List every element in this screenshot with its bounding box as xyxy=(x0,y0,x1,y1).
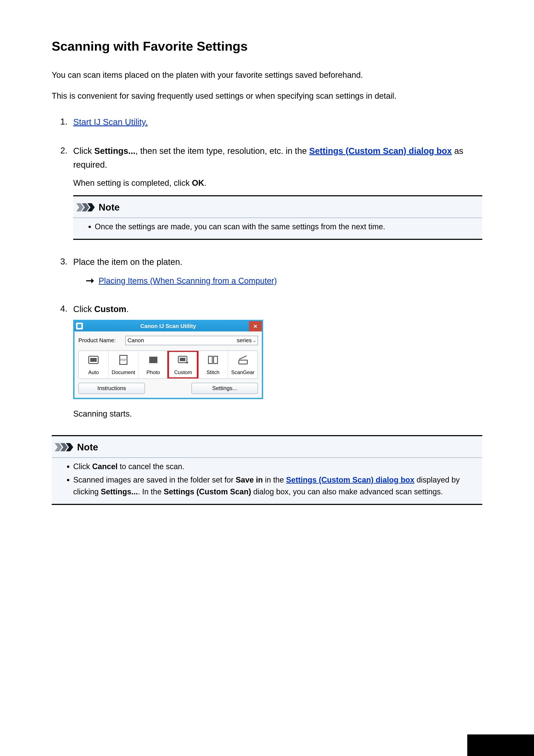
stitch-label: Stitch xyxy=(207,368,219,376)
svg-rect-6 xyxy=(90,358,97,362)
n2i2-p2: . In the xyxy=(138,487,164,496)
step-4-after: Scanning starts. xyxy=(73,408,482,420)
n2i2-link: Settings (Custom Scan) dialog box xyxy=(286,475,415,484)
photo-button[interactable]: Photo xyxy=(138,351,168,378)
step-2-detail-ok: OK xyxy=(192,178,204,187)
start-ij-scan-utility-link[interactable]: Start IJ Scan Utility. xyxy=(73,117,148,127)
document-icon: PDF xyxy=(117,353,130,366)
step-2: 2. Click Settings..., then set the item … xyxy=(52,144,482,240)
instructions-button[interactable]: Instructions xyxy=(78,383,145,394)
n2i2-p3: dialog box, you can also make advanced s… xyxy=(251,487,443,496)
auto-label: Auto xyxy=(88,368,99,376)
step-4-custom-word: Custom xyxy=(94,304,126,314)
ij-scan-utility-window: Canon IJ Scan Utility × Product Name: Ca… xyxy=(73,320,263,399)
n2i2-b2: Settings... xyxy=(101,487,138,496)
auto-icon xyxy=(87,353,100,366)
settings-custom-scan-link-text: Settings (Custom Scan) dialog box xyxy=(309,146,452,156)
chevrons-icon xyxy=(76,203,96,211)
svg-text:PDF: PDF xyxy=(120,358,126,362)
step-1: 1. Start IJ Scan Utility. xyxy=(52,115,482,129)
placing-items-link[interactable]: Placing Items (When Scanning from a Comp… xyxy=(99,275,277,287)
step-4-pre: Click xyxy=(73,304,94,314)
n2i2-mid: in the xyxy=(263,475,286,484)
chevron-down-icon: ⌵ xyxy=(253,337,256,344)
page-title: Scanning with Favorite Settings xyxy=(52,37,482,56)
note-2-i1-post: to cancel the scan. xyxy=(117,462,184,471)
step-2-detail-post: . xyxy=(204,178,207,187)
product-name-value-left: Canon xyxy=(127,336,144,345)
step-2-settings-word: Settings... xyxy=(94,146,136,156)
svg-rect-9 xyxy=(149,357,157,363)
scangear-icon xyxy=(237,353,249,366)
step-2-text-b: , then set the item type, resolution, et… xyxy=(136,146,309,156)
svg-marker-0 xyxy=(76,203,84,211)
custom-icon xyxy=(177,353,190,366)
intro-text-1: You can scan items placed on the platen … xyxy=(52,69,482,81)
note-2-item-1: Click Cancel to cancel the scan. xyxy=(73,461,482,472)
app-icon xyxy=(76,323,83,330)
scangear-button[interactable]: ScanGear xyxy=(228,351,258,378)
svg-rect-15 xyxy=(239,360,247,364)
svg-marker-17 xyxy=(55,443,62,451)
note-2-label: Note xyxy=(77,440,98,454)
chevrons-icon xyxy=(55,443,74,451)
step-2-text-a: Click xyxy=(73,146,94,156)
custom-label: Custom xyxy=(174,368,192,376)
note-1-item: Once the settings are made, you can scan… xyxy=(95,221,482,233)
note-box-1: Note Once the settings are made, you can… xyxy=(73,195,482,240)
step-3: 3. Place the item on the platen. Placing… xyxy=(52,255,482,287)
svg-line-16 xyxy=(239,356,246,359)
note-box-2: Note Click Cancel to cancel the scan. Sc… xyxy=(52,435,482,505)
titlebar: Canon IJ Scan Utility × xyxy=(74,321,262,332)
step-4: 4. Click Custom. Canon IJ Scan Utility ×… xyxy=(52,302,482,420)
note-2-i1-pre: Click xyxy=(73,462,92,471)
stitch-button[interactable]: Stitch xyxy=(198,351,228,378)
step-2-detail-pre: When setting is completed, click xyxy=(73,178,192,187)
document-label: Document xyxy=(112,368,135,376)
svg-marker-4 xyxy=(91,278,94,284)
step-3-text: Place the item on the platen. xyxy=(73,257,182,267)
step-3-number: 3. xyxy=(60,255,67,268)
window-title: Canon IJ Scan Utility xyxy=(140,322,196,330)
custom-button[interactable]: Custom xyxy=(168,351,198,378)
settings-custom-scan-link-2[interactable]: Settings (Custom Scan) dialog box xyxy=(286,475,415,484)
product-name-select[interactable]: Canon series ⌵ xyxy=(125,336,258,345)
note-2-item-2: Scanned images are saved in the folder s… xyxy=(73,474,482,498)
n2i2-a: Scanned images are saved in the folder s… xyxy=(73,475,236,484)
arrow-right-icon xyxy=(86,278,94,284)
photo-label: Photo xyxy=(146,368,160,376)
svg-rect-11 xyxy=(180,358,185,361)
step-4-number: 4. xyxy=(60,302,67,315)
svg-rect-14 xyxy=(214,356,217,364)
n2i2-b1: Save in xyxy=(236,475,263,484)
auto-button[interactable]: Auto xyxy=(79,351,108,378)
note-2-i1-bold: Cancel xyxy=(92,462,117,471)
n2i2-b3: Settings (Custom Scan) xyxy=(164,487,251,496)
svg-rect-13 xyxy=(208,356,212,364)
scangear-label: ScanGear xyxy=(231,368,255,376)
step-2-number: 2. xyxy=(60,144,67,157)
product-name-value-right: series xyxy=(237,336,252,345)
tool-row: Auto PDF Document Photo xyxy=(78,350,258,379)
intro-text-2: This is convenient for saving frequently… xyxy=(52,90,482,102)
settings-custom-scan-link[interactable]: Settings (Custom Scan) dialog box xyxy=(309,146,452,156)
stitch-icon xyxy=(207,353,219,366)
close-icon[interactable]: × xyxy=(249,321,262,332)
step-1-number: 1. xyxy=(60,115,67,128)
document-button[interactable]: PDF Document xyxy=(108,351,138,378)
photo-icon xyxy=(147,353,160,366)
page-corner-badge xyxy=(467,735,534,756)
product-name-label: Product Name: xyxy=(78,336,121,345)
settings-button[interactable]: Settings... xyxy=(191,383,258,394)
step-4-post: . xyxy=(126,304,129,314)
note-1-label: Note xyxy=(99,200,120,214)
